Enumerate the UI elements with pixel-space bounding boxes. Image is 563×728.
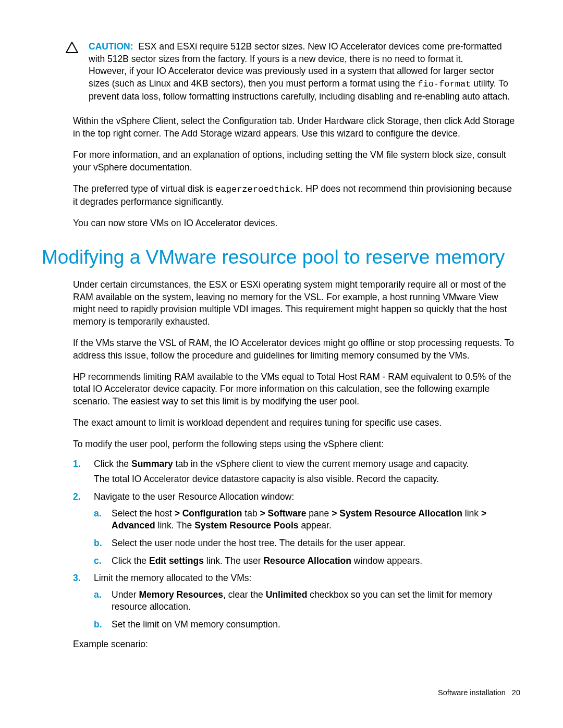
step-2b: b. Select the user node under the host t… bbox=[94, 537, 516, 550]
step-2a: a. Select the host > Configuration tab >… bbox=[94, 508, 516, 532]
step-3-text: Limit the memory allocated to the VMs: bbox=[94, 573, 251, 583]
step-1-subtext: The total IO Accelerator device datastor… bbox=[94, 473, 516, 486]
caution-label: CAUTION: bbox=[89, 41, 133, 52]
step-2: 2. Navigate to the user Resource Allocat… bbox=[73, 491, 516, 567]
caution-box: CAUTION: ESX and ESXi require 512B secto… bbox=[89, 41, 516, 103]
step-1: 1. Click the Summary tab in the vSphere … bbox=[73, 458, 516, 486]
step-3-substeps: a. Under Memory Resources, clear the Unl… bbox=[94, 589, 516, 631]
step-1-text-a: Click the bbox=[94, 459, 131, 469]
eagerzeroedthick-code: eagerzeroedthick bbox=[215, 184, 300, 194]
intro-paragraph-2: For more information, and an explanation… bbox=[73, 149, 516, 174]
intro-paragraph-1: Within the vSphere Client, select the Co… bbox=[73, 115, 516, 140]
step-2-text: Navigate to the user Resource Allocation… bbox=[94, 491, 294, 502]
substep-marker: c. bbox=[94, 555, 102, 567]
step-marker: 1. bbox=[73, 458, 81, 471]
substep-marker: a. bbox=[94, 508, 102, 520]
intro-paragraph-3: The preferred type of virtual disk is ea… bbox=[73, 183, 516, 208]
steps-list: 1. Click the Summary tab in the vSphere … bbox=[73, 458, 516, 631]
step-marker: 3. bbox=[73, 572, 81, 585]
step-3: 3. Limit the memory allocated to the VMs… bbox=[73, 572, 516, 631]
section-heading: Modifying a VMware resource pool to rese… bbox=[42, 245, 516, 269]
substep-marker: a. bbox=[94, 589, 102, 601]
step-2c: c. Click the Edit settings link. The use… bbox=[94, 555, 516, 567]
page-number: 20 bbox=[512, 688, 520, 697]
step-2-substeps: a. Select the host > Configuration tab >… bbox=[94, 508, 516, 567]
caution-text-1: ESX and ESXi require 512B sector sizes. … bbox=[89, 41, 502, 64]
footer-text: Software installation bbox=[438, 688, 506, 697]
intro-paragraph-4: You can now store VMs on IO Accelerator … bbox=[73, 217, 516, 230]
summary-bold: Summary bbox=[131, 459, 173, 469]
example-scenario-label: Example scenario: bbox=[73, 638, 516, 651]
page-footer: Software installation 20 bbox=[438, 688, 520, 697]
substep-marker: b. bbox=[94, 619, 102, 631]
section-paragraph-2: If the VMs starve the VSL of RAM, the IO… bbox=[73, 337, 516, 362]
substep-marker: b. bbox=[94, 537, 102, 550]
step-3a: a. Under Memory Resources, clear the Unl… bbox=[94, 589, 516, 613]
intro-p3-a: The preferred type of virtual disk is bbox=[73, 183, 215, 194]
section-paragraph-1: Under certain circumstances, the ESX or … bbox=[73, 279, 516, 328]
step-1-text-b: tab in the vSphere client to view the cu… bbox=[173, 459, 469, 469]
caution-paragraph-2: However, if your IO Accelerator device w… bbox=[89, 65, 516, 103]
step-3b: b. Set the limit on VM memory consumptio… bbox=[94, 619, 516, 631]
section-paragraph-4: The exact amount to limit is workload de… bbox=[73, 417, 516, 429]
fio-format-code: fio-format bbox=[418, 79, 471, 89]
caution-paragraph-1: CAUTION: ESX and ESXi require 512B secto… bbox=[89, 41, 516, 65]
section-paragraph-5: To modify the user pool, perform the fol… bbox=[73, 438, 516, 451]
step-marker: 2. bbox=[73, 491, 81, 503]
document-page: CAUTION: ESX and ESXi require 512B secto… bbox=[0, 0, 563, 728]
caution-triangle-icon bbox=[66, 42, 78, 53]
section-paragraph-3: HP recommends limiting RAM available to … bbox=[73, 371, 516, 408]
